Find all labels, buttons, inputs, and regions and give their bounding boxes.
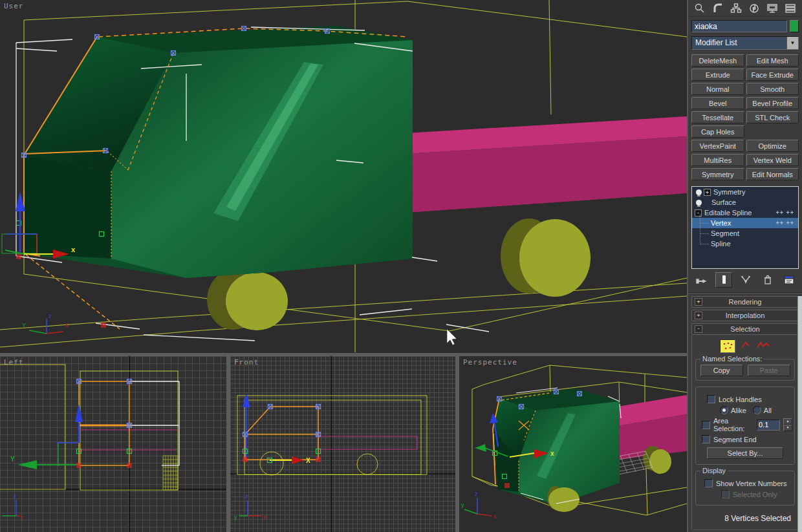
configure-modifier-sets-icon[interactable] <box>781 273 797 287</box>
dropdown-arrow-icon[interactable]: ▼ <box>786 37 798 49</box>
viewport-left-canvas: Y z x <box>0 356 226 532</box>
extrude-button[interactable]: Extrude <box>691 69 744 81</box>
viewport-perspective-canvas: x z y x <box>459 356 687 532</box>
pin-stack-icon[interactable] <box>693 273 709 287</box>
show-vertex-numbers-checkbox[interactable] <box>704 479 713 487</box>
panel-separator <box>688 292 802 293</box>
viewport-user[interactable]: x z Y X User <box>0 0 687 352</box>
symmetry-seam-lines <box>129 381 179 465</box>
visibility-bulb-icon[interactable] <box>696 189 702 195</box>
vertex-markers[interactable] <box>77 379 132 468</box>
tessellate-button[interactable]: Tessellate <box>691 111 744 123</box>
rollout-interpolation[interactable]: + Interpolation <box>691 310 799 321</box>
vertexpaint-button[interactable]: VertexPaint <box>691 140 744 152</box>
visibility-bulb-icon[interactable] <box>696 200 702 206</box>
stl-check-button[interactable]: STL Check <box>746 111 799 123</box>
selected-spline-profile[interactable] <box>79 381 129 465</box>
rollout-expand-icon[interactable]: + <box>695 312 702 319</box>
world-axis-tripod: z x <box>2 493 23 520</box>
lock-handles-checkbox[interactable] <box>707 395 715 403</box>
face-extrude-button[interactable]: Face Extrude <box>746 69 799 81</box>
viewport-left[interactable]: Y z x Left <box>0 356 226 532</box>
mouse-cursor <box>447 329 457 345</box>
svg-text:z: z <box>475 491 478 497</box>
grid-axes <box>230 356 457 532</box>
segment-end-checkbox[interactable] <box>702 435 710 443</box>
spinner-up-icon[interactable]: ▲ <box>783 418 792 425</box>
viewport-front-label[interactable]: Front <box>234 358 259 367</box>
object-color-swatch[interactable] <box>790 20 799 32</box>
rollout-expand-icon[interactable]: + <box>695 298 702 306</box>
area-selection-checkbox[interactable] <box>702 421 710 429</box>
make-unique-icon[interactable] <box>738 273 753 287</box>
segment-end-label: Segment End <box>713 436 757 443</box>
viewport-user-label[interactable]: User <box>4 2 24 10</box>
svg-text:x: x <box>20 514 23 520</box>
stack-item-symmetry[interactable]: + Symmetry <box>692 187 798 197</box>
modifier-list-dropdown[interactable]: Modifier List ▼ <box>691 36 799 50</box>
modify-tab-icon[interactable] <box>709 1 727 16</box>
svg-text:z: z <box>14 493 17 499</box>
bevel-profile-button[interactable]: Bevel Profile <box>746 97 799 109</box>
symmetry-button[interactable]: Symmetry <box>691 168 744 180</box>
world-axis-tripod: z Y X <box>22 313 69 334</box>
edit-mesh-button[interactable]: Edit Mesh <box>746 54 799 67</box>
modifier-stack-toolbar <box>688 270 802 290</box>
viewport-front[interactable]: X z y x Front <box>230 356 457 532</box>
stack-item-spline[interactable]: Spline <box>692 239 798 249</box>
viewport-left-label[interactable]: Left <box>4 358 24 367</box>
selection-rollout-body: Named Selections: Copy Paste Lock Handle… <box>691 335 799 530</box>
all-label: All <box>764 407 772 414</box>
area-selection-input[interactable] <box>757 420 780 431</box>
show-end-result-icon[interactable] <box>715 272 732 288</box>
stack-item-label: Vertex <box>711 219 731 227</box>
cap-holes-button[interactable]: Cap Holes <box>691 125 744 138</box>
lock-handles-label: Lock Handles <box>719 396 762 403</box>
vertex-subobject-icon[interactable] <box>720 339 735 353</box>
select-by-button[interactable]: Select By... <box>707 447 783 459</box>
copy-button[interactable]: Copy <box>700 365 743 376</box>
show-vertex-numbers-label: Show Vertex Numbers <box>716 480 786 487</box>
create-tab-icon[interactable] <box>691 1 709 16</box>
viewport-perspective[interactable]: x z y x Perspective <box>459 356 687 532</box>
segment-subobject-icon[interactable] <box>740 340 752 352</box>
object-name-input[interactable] <box>691 20 787 32</box>
rollout-collapse-icon[interactable]: - <box>695 325 702 333</box>
viewport-perspective-label[interactable]: Perspective <box>463 358 517 367</box>
smooth-button[interactable]: Smooth <box>746 83 799 95</box>
multires-button[interactable]: MultiRes <box>691 154 744 166</box>
expand-plus-icon[interactable]: + <box>704 189 711 196</box>
edit-normals-button[interactable]: Edit Normals <box>746 168 799 180</box>
display-tab-icon[interactable] <box>763 1 781 16</box>
area-selection-label: Area Selection: <box>713 417 753 432</box>
stack-item-surface[interactable]: Surface <box>692 197 798 207</box>
optimize-button[interactable]: Optimize <box>746 140 799 152</box>
selected-spline-profile[interactable] <box>245 407 318 460</box>
area-selection-spinner[interactable]: ▲▼ <box>783 418 792 431</box>
all-radio[interactable] <box>753 406 761 414</box>
transform-gizmo[interactable]: X <box>243 393 310 464</box>
vertex-markers[interactable] <box>243 405 321 463</box>
svg-text:x: x <box>550 450 554 457</box>
show-in-viewport-icon <box>775 220 794 226</box>
motion-tab-icon[interactable] <box>745 1 763 16</box>
truck-rear-wheel[interactable] <box>501 218 591 297</box>
vertex-weld-button[interactable]: Vertex Weld <box>746 154 799 166</box>
spline-subobject-icon[interactable] <box>756 340 770 352</box>
remove-modifier-icon[interactable] <box>760 273 775 287</box>
bevel-button[interactable]: Bevel <box>691 97 744 109</box>
normal-button[interactable]: Normal <box>691 83 744 95</box>
rollout-selection[interactable]: - Selection <box>691 323 799 335</box>
deletemesh-button[interactable]: DeleteMesh <box>691 54 744 67</box>
stack-item-label: Editable Spline <box>704 209 752 217</box>
alike-radio[interactable] <box>720 406 728 414</box>
transform-gizmo[interactable]: Y <box>10 404 83 469</box>
empty-button-slot <box>746 125 799 138</box>
utilities-tab-icon[interactable] <box>781 1 799 16</box>
spinner-down-icon[interactable]: ▼ <box>783 425 792 431</box>
truck-front-wheel[interactable] <box>207 270 288 330</box>
truck-flatbed[interactable] <box>406 116 687 213</box>
panel-scrollbar[interactable] <box>797 296 802 532</box>
rollout-rendering[interactable]: + Rendering <box>691 296 799 308</box>
hierarchy-tab-icon[interactable] <box>727 1 745 16</box>
